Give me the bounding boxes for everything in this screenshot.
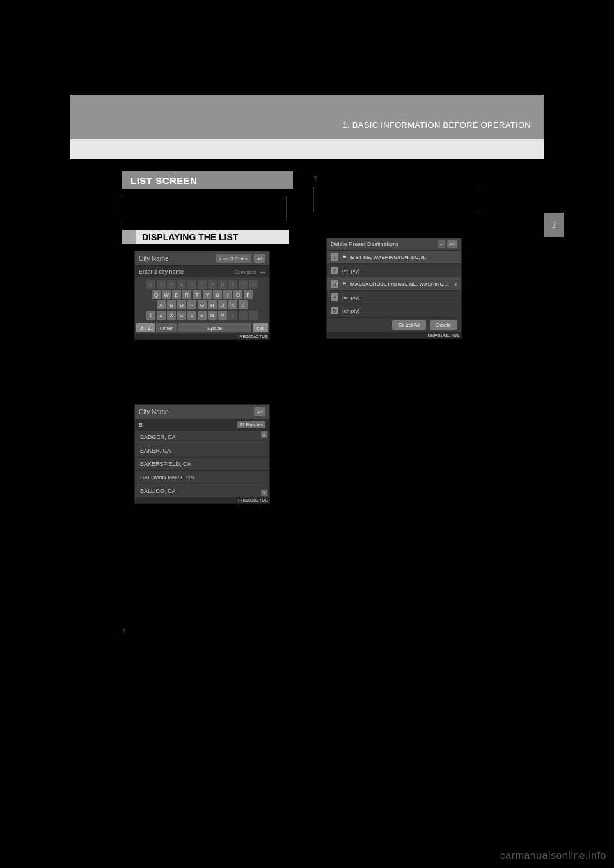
panel-footer-id: MEM014aCTUS xyxy=(327,332,461,338)
preset-idx: 5 xyxy=(331,307,338,314)
watermark: carmanualsonline.info xyxy=(500,850,606,862)
scroll-up-icon[interactable]: ▴ xyxy=(261,431,267,438)
software-keyboard: 1 2 3 4 5 6 7 8 9 0 ← Q W xyxy=(135,277,269,322)
list-item[interactable]: BAKERSFIELD, CA xyxy=(135,457,269,470)
left-column: LIST SCREEN DISPLAYING THE LIST City Nam… xyxy=(122,171,293,504)
breadcrumb: 1. BASIC INFORMATION BEFORE OPERATION xyxy=(343,120,531,130)
keyboard-panel-titlebar: City Name Last 5 Cities ↩ xyxy=(135,251,269,265)
key-6[interactable]: 6 xyxy=(198,280,207,289)
key-g[interactable]: G xyxy=(198,300,207,309)
preset-label: E ST NE, WASHINGTON, DC, IL xyxy=(350,254,457,260)
back-icon[interactable]: ↩ xyxy=(254,254,265,263)
delete-button[interactable]: Delete xyxy=(430,320,457,330)
scroll-up-icon[interactable]: ▴ xyxy=(438,240,445,248)
scroll-down-icon[interactable]: ▾ xyxy=(261,490,267,496)
key-backspace[interactable]: ← xyxy=(249,280,258,289)
key-2[interactable]: 2 xyxy=(157,280,166,289)
back-icon[interactable]: ↩ xyxy=(447,240,457,248)
keyboard-panel-title: City Name xyxy=(139,255,169,262)
panel-footer-id: IRR200aCTUS xyxy=(135,334,269,339)
preset-row-2[interactable]: 2 (empty) xyxy=(327,263,461,277)
key-u[interactable]: U xyxy=(213,290,222,299)
key-w[interactable]: W xyxy=(162,290,171,299)
key-o[interactable]: O xyxy=(233,290,242,299)
preset-row-3[interactable]: 3 ⚑ MASSACHUSETTS AVE NE, WASHINGTON, ▸ xyxy=(327,277,461,290)
key-t[interactable]: T xyxy=(193,290,201,299)
other-button[interactable]: Other xyxy=(156,323,177,332)
key-s[interactable]: S xyxy=(167,300,176,309)
key-1[interactable]: 1 xyxy=(146,280,155,289)
preset-label: (empty) xyxy=(342,268,457,274)
bullet-icon: ? xyxy=(313,175,317,183)
list-item[interactable]: BALLICO, CA xyxy=(135,484,269,497)
key-5[interactable]: 5 xyxy=(187,280,196,289)
key-3[interactable]: 3 xyxy=(167,280,176,289)
spacer xyxy=(122,340,293,398)
az-button[interactable]: A - Z xyxy=(136,323,155,332)
key-8[interactable]: 8 xyxy=(218,280,227,289)
key-dot[interactable]: . xyxy=(239,311,248,320)
key-4[interactable]: 4 xyxy=(177,280,186,289)
preset-panel-titlebar: Delete Preset Destinations ▴ ↩ xyxy=(327,238,461,250)
key-y[interactable]: Y xyxy=(203,290,212,299)
match-count-badge: 81 Matches xyxy=(237,421,265,428)
key-z[interactable]: Z xyxy=(157,311,166,320)
key-a[interactable]: A xyxy=(157,300,166,309)
key-shift[interactable]: ⇧ xyxy=(146,311,155,320)
key-x[interactable]: X xyxy=(167,311,176,320)
preset-row-1[interactable]: 1 ⚑ E ST NE, WASHINGTON, DC, IL xyxy=(327,250,461,263)
key-j[interactable]: J xyxy=(218,300,227,309)
right-column: ? Delete Preset Destinations ▴ ↩ 1 ⚑ E S… xyxy=(313,171,478,339)
section-title: LIST SCREEN xyxy=(122,171,293,189)
preset-row-4[interactable]: 4 (empty) xyxy=(327,290,461,304)
sub-heading-accent xyxy=(122,230,136,244)
key-n[interactable]: N xyxy=(208,311,217,320)
key-m[interactable]: M xyxy=(218,311,227,320)
key-dash[interactable]: - xyxy=(249,311,258,320)
preset-idx: 3 xyxy=(331,280,338,288)
key-7[interactable]: 7 xyxy=(208,280,217,289)
chevron-right-icon: ▸ xyxy=(455,281,457,287)
last-5-cities-button[interactable]: Last 5 Cities xyxy=(216,254,251,263)
kbd-row-a: A S D F G H J K L xyxy=(138,300,267,309)
results-meta: B 81 Matches xyxy=(135,419,269,430)
key-p[interactable]: P xyxy=(244,290,253,299)
key-c[interactable]: C xyxy=(177,311,186,320)
key-0[interactable]: 0 xyxy=(239,280,248,289)
key-e[interactable]: E xyxy=(172,290,181,299)
key-slash[interactable]: / xyxy=(228,311,237,320)
key-b[interactable]: B xyxy=(198,311,207,320)
key-l[interactable]: L xyxy=(239,300,248,309)
kbd-bottom-row: A - Z Other Space OK xyxy=(135,322,269,334)
key-9[interactable]: 9 xyxy=(228,280,237,289)
key-k[interactable]: K xyxy=(228,300,237,309)
results-query: B xyxy=(139,422,143,428)
key-q[interactable]: Q xyxy=(152,290,161,299)
list-item[interactable]: BAKER, CA xyxy=(135,444,269,457)
back-icon[interactable]: ↩ xyxy=(254,407,265,416)
key-v[interactable]: V xyxy=(187,311,196,320)
ok-button[interactable]: OK xyxy=(253,323,268,332)
select-all-button[interactable]: Select All xyxy=(392,320,426,330)
right-intro-box xyxy=(313,187,478,212)
results-title: City Name xyxy=(139,408,169,415)
flag-icon: ⚑ xyxy=(342,281,347,287)
keyboard-panel: City Name Last 5 Cities ↩ Enter a city n… xyxy=(134,251,270,340)
city-input[interactable]: Enter a city name xyxy=(139,268,184,275)
bullet-icon: ? xyxy=(122,628,125,635)
key-d[interactable]: D xyxy=(177,300,186,309)
space-button[interactable]: Space xyxy=(178,323,252,332)
key-i[interactable]: I xyxy=(223,290,232,299)
key-h[interactable]: H xyxy=(208,300,217,309)
list-item[interactable]: BADGER, CA xyxy=(135,430,269,444)
key-r[interactable]: R xyxy=(182,290,191,299)
complete-label[interactable]: Complete xyxy=(234,269,256,275)
preset-idx: 2 xyxy=(331,267,338,274)
preset-panel: Delete Preset Destinations ▴ ↩ 1 ⚑ E ST … xyxy=(326,238,462,339)
preset-row-5[interactable]: 5 (empty) xyxy=(327,304,461,317)
kbd-row-num: 1 2 3 4 5 6 7 8 9 0 ← xyxy=(138,280,267,289)
key-f[interactable]: F xyxy=(187,300,196,309)
chapter-header: 1. BASIC INFORMATION BEFORE OPERATION xyxy=(70,95,544,139)
list-item[interactable]: BALDWIN PARK, CA xyxy=(135,470,269,484)
panel-footer-id: IRR203aCTUS xyxy=(135,497,269,503)
